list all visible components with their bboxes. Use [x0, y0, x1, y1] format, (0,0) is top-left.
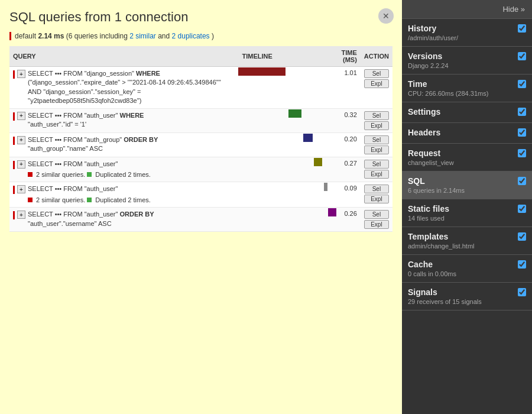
- query-red-bar: [13, 112, 15, 121]
- section-header: Time: [408, 79, 526, 89]
- sel-button[interactable]: Sel: [364, 210, 389, 219]
- page-title: SQL queries from 1 connection: [9, 9, 392, 25]
- sidebar-item-settings[interactable]: Settings: [402, 102, 532, 123]
- query-cell: + SELECT ••• FROM "auth_user" ORDER BY"a…: [9, 208, 238, 232]
- section-checkbox[interactable]: [518, 52, 526, 60]
- action-cell: Sel Expl: [361, 157, 392, 182]
- table-row: + SELECT ••• FROM "auth_user" 2 similar …: [9, 182, 392, 208]
- table-row: + SELECT ••• FROM "auth_user" ORDER BY"a…: [9, 208, 392, 232]
- section-checkbox[interactable]: [518, 128, 526, 137]
- similar-badge: [28, 172, 33, 177]
- table-row: + SELECT ••• FROM "auth_group" ORDER BY"…: [9, 132, 392, 157]
- query-text: SELECT ••• FROM "auth_group" ORDER BY"au…: [28, 135, 158, 154]
- sidebar-item-history[interactable]: History /admin/auth/user/: [402, 19, 532, 47]
- section-checkbox[interactable]: [518, 177, 526, 185]
- time-cell: 0.32: [333, 108, 360, 132]
- section-checkbox[interactable]: [518, 80, 526, 88]
- expand-query-button[interactable]: +: [17, 211, 25, 219]
- similar-link[interactable]: 2 similar: [129, 32, 156, 40]
- section-header: Request: [408, 148, 526, 158]
- section-title: Cache: [408, 260, 433, 269]
- section-header: Signals: [408, 287, 526, 297]
- section-title: SQL: [408, 176, 425, 186]
- sidebar-item-static[interactable]: Static files 14 files used: [402, 199, 532, 227]
- sidebar-item-signals[interactable]: Signals 29 receivers of 15 signals: [402, 283, 532, 310]
- timeline-cell: [238, 157, 333, 182]
- expand-query-button[interactable]: +: [17, 112, 25, 120]
- expand-query-button[interactable]: +: [17, 136, 25, 144]
- default-time: 2.14 ms: [38, 32, 64, 40]
- expand-query-button[interactable]: +: [17, 70, 25, 78]
- section-header: Static files: [408, 204, 526, 214]
- expand-query-button[interactable]: +: [17, 160, 25, 169]
- query-keyword: WHERE: [120, 112, 144, 119]
- section-header: History: [408, 24, 526, 33]
- sidebar-item-versions[interactable]: Versions Django 2.2.24: [402, 47, 532, 75]
- section-subtitle: /admin/auth/user/: [408, 34, 526, 41]
- timeline-bar: [238, 67, 286, 76]
- dup-badge: [87, 172, 92, 177]
- suffix-text: ): [212, 32, 214, 40]
- sidebar-item-templates[interactable]: Templates admin/change_list.html: [402, 227, 532, 255]
- sel-button[interactable]: Sel: [364, 69, 389, 78]
- time-cell: 1.01: [333, 67, 360, 109]
- section-title: History: [408, 24, 436, 33]
- time-cell: 0.27: [333, 157, 360, 182]
- query-select: SELECT ••• FROM "auth_user": [28, 112, 118, 119]
- sel-button[interactable]: Sel: [364, 135, 389, 144]
- time-cell: 0.20: [333, 132, 360, 157]
- section-subtitle: Django 2.2.24: [408, 62, 526, 69]
- timeline-bar: [288, 109, 301, 118]
- section-subtitle: 29 receivers of 15 signals: [408, 298, 526, 305]
- dup-badge: [87, 198, 92, 202]
- timeline-bar: [314, 158, 322, 166]
- expl-button[interactable]: Expl: [364, 220, 389, 229]
- col-query: QUERY: [9, 46, 238, 67]
- query-table: QUERY TIMELINE TIME (MS) ACTION + SELECT…: [9, 46, 392, 232]
- action-cell: Sel Expl: [361, 132, 392, 157]
- expand-query-button[interactable]: +: [17, 185, 25, 193]
- action-cell: Sel Expl: [361, 208, 392, 232]
- section-checkbox[interactable]: [518, 260, 526, 269]
- query-cell: + SELECT ••• FROM "auth_user" 2 similar …: [9, 182, 238, 208]
- sel-button[interactable]: Sel: [364, 160, 389, 169]
- sidebar-item-time[interactable]: Time CPU: 266.60ms (284.31ms): [402, 75, 532, 102]
- sidebar-item-request[interactable]: Request changelist_view: [402, 144, 532, 172]
- sidebar-item-headers[interactable]: Headers: [402, 123, 532, 144]
- section-title: Signals: [408, 287, 437, 297]
- query-text: SELECT ••• FROM "django_session" WHERE("…: [28, 69, 235, 106]
- hide-button[interactable]: Hide »: [402, 0, 532, 19]
- section-checkbox[interactable]: [518, 149, 526, 157]
- timeline-bar: [328, 208, 336, 216]
- duplicates-link[interactable]: 2 duplicates: [172, 32, 210, 40]
- timeline-cell: [238, 132, 333, 157]
- section-checkbox[interactable]: [518, 232, 526, 241]
- expl-button[interactable]: Expl: [364, 145, 389, 154]
- expl-button[interactable]: Expl: [364, 195, 389, 203]
- action-cell: Sel Expl: [361, 182, 392, 208]
- section-header: SQL: [408, 176, 526, 186]
- sidebar-item-cache[interactable]: Cache 0 calls in 0.00ms: [402, 255, 532, 283]
- section-checkbox[interactable]: [518, 288, 526, 296]
- query-details: "auth_user"."username" ASC: [28, 220, 112, 227]
- sel-button[interactable]: Sel: [364, 111, 389, 120]
- section-checkbox[interactable]: [518, 24, 526, 33]
- close-button[interactable]: ✕: [378, 8, 394, 24]
- timeline-cell: [238, 208, 333, 232]
- sel-button[interactable]: Sel: [364, 185, 389, 193]
- default-summary: default 2.14 ms (6 queries including 2 s…: [9, 32, 392, 40]
- action-cell: Sel Expl: [361, 67, 392, 109]
- section-checkbox[interactable]: [518, 108, 526, 116]
- query-sub-info: 2 similar queries. Duplicated 2 times.: [28, 196, 151, 205]
- sidebar-item-sql[interactable]: ▶ SQL 6 queries in 2.14ms: [402, 172, 532, 199]
- expl-button[interactable]: Expl: [364, 79, 389, 88]
- table-header-row: QUERY TIMELINE TIME (MS) ACTION: [9, 46, 392, 67]
- similar-badge: [28, 198, 33, 202]
- expl-button[interactable]: Expl: [364, 121, 389, 130]
- query-red-bar: [13, 70, 15, 79]
- expl-button[interactable]: Expl: [364, 170, 389, 179]
- similar-text: 2 similar queries.: [36, 196, 85, 203]
- sql-panel: SQL queries from 1 connection ✕ default …: [0, 0, 402, 414]
- section-header: Cache: [408, 260, 526, 269]
- section-checkbox[interactable]: [518, 205, 526, 213]
